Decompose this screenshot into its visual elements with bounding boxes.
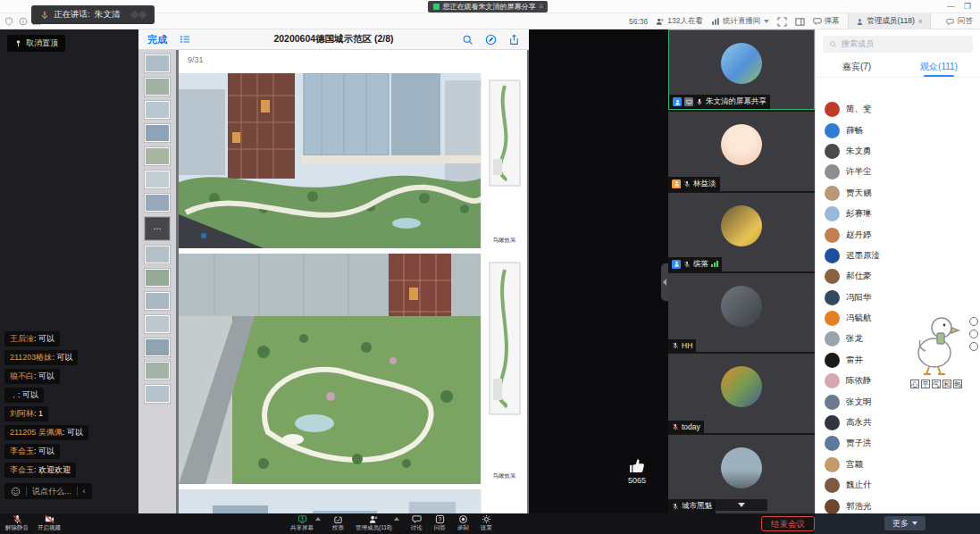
tab-manage-members[interactable]: 管理成员(118) × bbox=[848, 13, 931, 29]
video-tile[interactable]: 缤落 bbox=[668, 193, 815, 271]
member-name: 张龙 bbox=[846, 333, 863, 345]
manage-members-button[interactable]: 管理成员(118) bbox=[356, 514, 392, 531]
live-stats-button[interactable]: 统计直播间 bbox=[711, 16, 769, 27]
mic-muted-icon bbox=[672, 423, 679, 430]
page-thumbnail[interactable] bbox=[145, 338, 170, 356]
member-row[interactable]: 赵丹婷 bbox=[816, 224, 980, 245]
chevron-up-icon[interactable] bbox=[394, 517, 399, 521]
done-button[interactable]: 完成 bbox=[147, 33, 167, 46]
member-row[interactable]: 彭赛琳 bbox=[816, 204, 980, 224]
page-thumbnail[interactable] bbox=[145, 315, 170, 333]
page-thumbnail[interactable] bbox=[145, 385, 170, 403]
member-row[interactable]: 张文明 bbox=[816, 391, 980, 412]
video-tile[interactable]: 城市黑魅 bbox=[668, 435, 815, 513]
member-name: 简、斐 bbox=[846, 104, 872, 115]
security-shield-icon[interactable] bbox=[4, 17, 13, 26]
unmute-button[interactable]: 解除静音 bbox=[5, 514, 29, 531]
banner-menu-icon[interactable]: ≡ bbox=[539, 3, 542, 11]
member-row[interactable]: 朱文勇 bbox=[816, 141, 980, 162]
chat-input[interactable]: 说点什么... ‹ bbox=[4, 483, 92, 499]
tab-guests[interactable]: 嘉宾(7) bbox=[816, 58, 898, 77]
scroll-more-videos-button[interactable] bbox=[716, 499, 767, 511]
minimize-button[interactable]: — bbox=[947, 0, 955, 13]
member-row[interactable]: 高永共 bbox=[816, 413, 980, 433]
start-video-button[interactable]: 开启视频 bbox=[38, 514, 61, 531]
member-row[interactable]: 陈依静 bbox=[816, 371, 980, 391]
avatar bbox=[825, 478, 840, 493]
thumbnail-list-icon[interactable] bbox=[180, 34, 190, 45]
member-row[interactable]: 郝仕豪 bbox=[816, 266, 980, 287]
page-thumbnail[interactable] bbox=[145, 101, 170, 119]
info-icon[interactable] bbox=[19, 17, 28, 26]
video-tile[interactable]: HH bbox=[668, 273, 815, 352]
tab-qa[interactable]: 问答 bbox=[939, 13, 980, 29]
member-row[interactable]: 冯毓航 bbox=[816, 308, 980, 329]
fullscreen-icon[interactable] bbox=[777, 17, 787, 27]
tab-audience[interactable]: 观众(111) bbox=[898, 58, 980, 77]
member-row[interactable]: 魏止什 bbox=[816, 475, 980, 496]
member-row[interactable]: 宫颖 bbox=[816, 455, 980, 475]
collapse-panel-handle[interactable] bbox=[661, 263, 668, 301]
member-row[interactable]: 张龙 bbox=[816, 329, 980, 349]
search-icon[interactable] bbox=[462, 34, 473, 46]
member-name: 贾子洪 bbox=[846, 438, 872, 449]
emoji-icon[interactable] bbox=[11, 487, 21, 496]
member-row[interactable]: 贾天赐 bbox=[816, 183, 980, 204]
page-thumbnail[interactable] bbox=[145, 362, 170, 380]
watching-share-banner[interactable]: 您正在观看朱文清的屏幕分享 ≡ bbox=[427, 1, 548, 13]
settings-button[interactable]: 设置 bbox=[481, 514, 492, 531]
qa-button[interactable]: ? 问答 bbox=[434, 514, 446, 531]
unpin-button[interactable]: 取消置顶 bbox=[7, 35, 65, 52]
page-thumbnail[interactable] bbox=[145, 147, 170, 165]
maximize-button[interactable]: ❐ bbox=[964, 0, 971, 13]
avatar bbox=[825, 415, 840, 430]
end-meeting-button[interactable]: 结束会议 bbox=[761, 516, 815, 531]
member-row[interactable]: 许半尘 bbox=[816, 162, 980, 182]
avatar bbox=[825, 331, 840, 346]
poll-button[interactable]: 投票 bbox=[332, 514, 344, 531]
page-thumbnail[interactable] bbox=[145, 124, 170, 142]
page-thumbnail[interactable] bbox=[145, 292, 170, 310]
stage-left-area: 取消置顶 王后淦: 可以 211203椿妹: 可以 狼不白: 可以 ，: 可以 … bbox=[0, 29, 138, 513]
video-tile[interactable]: 林益淡 bbox=[668, 112, 815, 190]
member-row[interactable]: 迟墨原淦 bbox=[816, 246, 980, 266]
participant-name: 朱文清的屏幕共享 bbox=[706, 96, 766, 107]
share-screen-button[interactable]: 共享屏幕 bbox=[290, 514, 314, 531]
video-tile[interactable]: today bbox=[668, 354, 815, 432]
people-icon bbox=[656, 17, 665, 26]
meeting-window: 您正在观看朱文清的屏幕分享 ≡ — ❐ 56:36 132人在看 统计直播间 bbox=[0, 0, 980, 534]
member-name: 宫颖 bbox=[846, 459, 863, 471]
page-thumbnail[interactable] bbox=[145, 269, 170, 287]
diagram-strip-3 bbox=[481, 489, 527, 513]
close-tab-icon[interactable]: × bbox=[918, 17, 923, 26]
collapse-chat-icon[interactable]: ‹ bbox=[83, 487, 86, 496]
like-reaction-button[interactable]: 5065 bbox=[618, 456, 656, 485]
viewer-count[interactable]: 132人在看 bbox=[656, 16, 703, 27]
member-name: 冯毓航 bbox=[846, 313, 872, 324]
member-row[interactable]: 简、斐 bbox=[816, 99, 980, 120]
member-row[interactable]: 冯阳华 bbox=[816, 288, 980, 308]
member-row[interactable]: 薛畅 bbox=[816, 120, 980, 140]
share-screen-icon bbox=[297, 514, 307, 524]
discussion-button[interactable]: 讨论 bbox=[411, 514, 423, 531]
chat-bubble-icon bbox=[813, 17, 822, 26]
page-thumbnail[interactable] bbox=[145, 194, 170, 212]
search-input[interactable]: 搜索成员 bbox=[823, 36, 973, 53]
page-thumbnail[interactable] bbox=[145, 171, 170, 188]
danmu-toggle[interactable]: 弹幕 bbox=[813, 16, 840, 27]
page-thumbnail[interactable]: ⋯ bbox=[145, 217, 170, 240]
page-thumbnail[interactable] bbox=[145, 246, 170, 263]
member-row[interactable]: 贾子洪 bbox=[816, 433, 980, 454]
member-row[interactable]: 雷井 bbox=[816, 350, 980, 371]
more-button[interactable]: 更多 bbox=[884, 516, 926, 530]
video-tile[interactable]: 朱文清的屏幕共享 bbox=[668, 29, 815, 110]
share-icon[interactable] bbox=[508, 34, 520, 46]
page-thumbnail[interactable] bbox=[145, 78, 170, 96]
member-row[interactable]: 郭浩光 bbox=[816, 496, 980, 513]
layout-icon[interactable] bbox=[795, 17, 805, 27]
annotate-icon[interactable] bbox=[485, 34, 497, 46]
chevron-up-icon[interactable] bbox=[315, 517, 321, 521]
avatar bbox=[721, 286, 762, 327]
record-button[interactable]: 录制 bbox=[457, 514, 469, 531]
page-thumbnail[interactable] bbox=[145, 54, 170, 72]
